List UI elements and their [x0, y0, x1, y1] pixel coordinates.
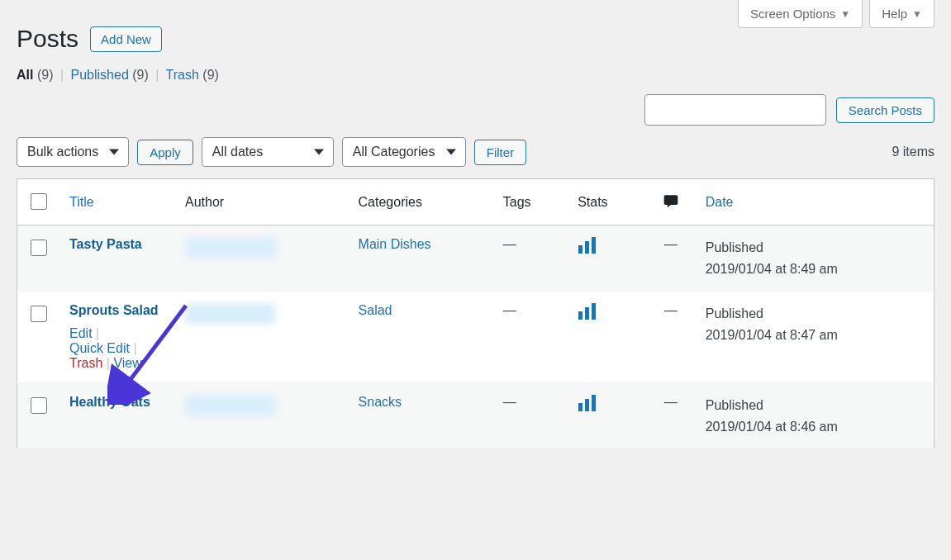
svg-rect-2 [592, 237, 596, 254]
apply-button[interactable]: Apply [137, 140, 193, 165]
date-cell: Published2019/01/04 at 8:47 am [696, 292, 934, 383]
date-cell: Published2019/01/04 at 8:49 am [696, 225, 934, 292]
post-title-link[interactable]: Sprouts Salad [69, 303, 159, 317]
post-title-link[interactable]: Healthy Oats [69, 395, 150, 409]
categories-select[interactable]: All Categories [342, 137, 466, 167]
filter-button[interactable]: Filter [474, 140, 526, 165]
col-comments[interactable] [646, 179, 696, 225]
svg-rect-3 [578, 311, 582, 320]
svg-rect-4 [585, 307, 589, 320]
add-new-button[interactable]: Add New [90, 26, 162, 52]
filter-all-label: All [17, 68, 33, 82]
table-row: Healthy Oats Snacks — — Published2019/01… [17, 383, 934, 449]
edit-link[interactable]: Edit [69, 326, 93, 340]
category-link[interactable]: Salad [359, 303, 392, 317]
table-row: Sprouts Salad Edit | Quick Edit | Trash … [17, 292, 934, 383]
comments-cell: — [664, 237, 678, 251]
col-title[interactable]: Title [59, 179, 175, 225]
view-link[interactable]: View [113, 356, 141, 370]
screen-options-label: Screen Options [750, 7, 835, 21]
dates-select[interactable]: All dates [202, 137, 334, 167]
svg-rect-8 [592, 395, 596, 411]
comments-cell: — [664, 395, 678, 409]
stats-icon[interactable] [578, 395, 597, 411]
bulk-actions-select[interactable]: Bulk actions [17, 137, 129, 167]
category-link[interactable]: Main Dishes [359, 237, 431, 251]
filter-all[interactable]: All (9) [17, 68, 57, 82]
chevron-down-icon: ▼ [840, 8, 850, 20]
row-checkbox[interactable] [31, 240, 47, 256]
stats-icon[interactable] [578, 237, 597, 254]
row-checkbox[interactable] [31, 397, 47, 414]
svg-rect-7 [585, 399, 589, 411]
author-blurred [185, 237, 276, 259]
tags-cell: — [503, 395, 516, 409]
comment-icon [663, 192, 679, 209]
help-button[interactable]: Help ▼ [869, 0, 934, 28]
filter-published[interactable]: Published (9) [71, 68, 153, 82]
filter-trash-count: (9) [202, 68, 219, 82]
trash-link[interactable]: Trash [69, 356, 102, 370]
filter-trash[interactable]: Trash (9) [166, 68, 219, 82]
comments-cell: — [664, 303, 678, 317]
col-date[interactable]: Date [696, 179, 934, 225]
svg-rect-5 [592, 303, 596, 320]
row-checkbox[interactable] [31, 306, 47, 322]
col-tags: Tags [493, 179, 568, 225]
select-all-checkbox[interactable] [31, 193, 47, 210]
help-label: Help [882, 7, 907, 21]
author-blurred [185, 303, 276, 325]
svg-rect-0 [578, 245, 582, 254]
svg-rect-6 [578, 403, 582, 411]
tags-cell: — [503, 303, 516, 317]
screen-options-button[interactable]: Screen Options ▼ [738, 0, 863, 28]
table-row: Tasty Pasta Main Dishes — — Published201… [17, 225, 934, 292]
author-blurred [185, 395, 276, 416]
stats-icon[interactable] [578, 303, 597, 320]
search-input[interactable] [644, 94, 826, 126]
page-title: Posts [17, 25, 78, 53]
category-link[interactable]: Snacks [359, 395, 402, 409]
filter-published-label: Published [71, 68, 129, 82]
row-actions: Edit | Quick Edit | Trash | View [69, 326, 165, 371]
separator: | [57, 68, 67, 82]
col-categories: Categories [349, 179, 493, 225]
quick-edit-link[interactable]: Quick Edit [69, 341, 130, 355]
filter-trash-label: Trash [166, 68, 199, 82]
items-count: 9 items [892, 145, 934, 159]
date-cell: Published2019/01/04 at 8:46 am [696, 383, 934, 449]
post-title-link[interactable]: Tasty Pasta [69, 237, 142, 251]
filter-published-count: (9) [132, 68, 149, 82]
tags-cell: — [503, 237, 516, 251]
filter-all-count: (9) [37, 68, 54, 82]
filter-links: All (9) | Published (9) | Trash (9) [17, 68, 934, 83]
col-stats: Stats [568, 179, 646, 225]
search-posts-button[interactable]: Search Posts [836, 97, 934, 123]
chevron-down-icon: ▼ [912, 8, 922, 20]
svg-rect-1 [585, 241, 589, 254]
separator: | [152, 68, 162, 82]
posts-table: Title Author Categories Tags Stats Date … [17, 178, 934, 449]
col-author: Author [175, 179, 349, 225]
